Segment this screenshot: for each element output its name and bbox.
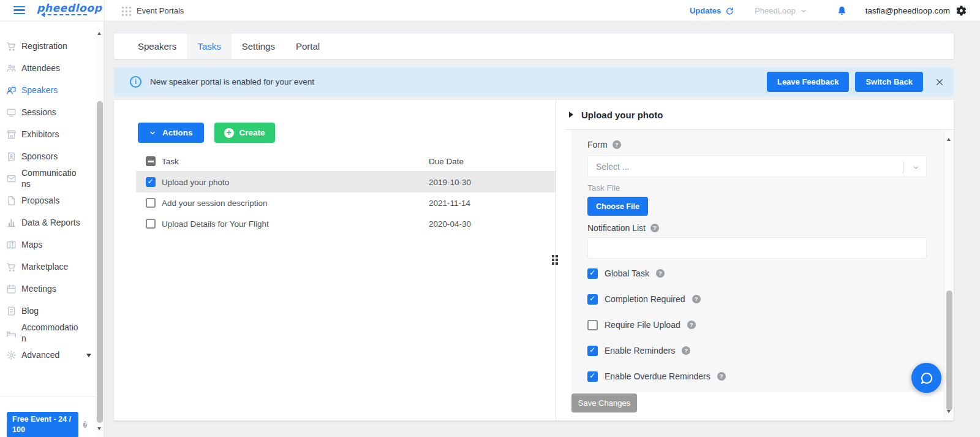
plan-badge[interactable]: Free Event - 24 / 100	[7, 412, 78, 437]
scroll-up-arrow-icon[interactable]	[97, 30, 101, 35]
column-task: Task	[162, 157, 179, 166]
banner-message: New speaker portal is enabled for your e…	[150, 77, 314, 86]
main-content: Speakers Tasks Settings Portal New speak…	[104, 21, 980, 437]
sidebar-item-sponsors[interactable]: Sponsors	[0, 145, 104, 167]
sidebar-item-advanced[interactable]: Advanced	[0, 344, 104, 366]
save-changes-button[interactable]: Save Changes	[571, 393, 637, 412]
tab-tasks[interactable]: Tasks	[187, 34, 231, 59]
plan-help-icon[interactable]	[83, 418, 87, 429]
help-icon[interactable]	[687, 321, 696, 329]
mail-icon	[6, 173, 17, 184]
scrollbar-thumb[interactable]	[97, 101, 103, 423]
help-icon[interactable]	[650, 224, 659, 232]
sidebar-item-attendees[interactable]: Attendees	[0, 57, 104, 79]
sidebar-item-maps[interactable]: Maps	[0, 234, 104, 256]
option-checkbox[interactable]	[587, 371, 598, 382]
help-icon[interactable]	[682, 346, 690, 355]
option-require-file-upload[interactable]: Require File Upload	[587, 312, 926, 338]
actions-button[interactable]: Actions	[138, 123, 204, 143]
sidebar-item-speakers[interactable]: Speakers	[0, 79, 104, 101]
gear-icon	[6, 350, 17, 360]
plus-icon	[224, 128, 234, 138]
option-global-task[interactable]: Global Task	[587, 260, 926, 286]
chat-fab[interactable]	[911, 363, 941, 393]
sidebar-item-marketplace[interactable]: Marketplace	[0, 256, 104, 278]
sidebar-item-exhibitors[interactable]: Exhibitors	[0, 123, 104, 145]
select-all-checkbox[interactable]	[146, 156, 156, 166]
table-row[interactable]: Upload Details for Your Flight 2020-04-3…	[136, 213, 556, 234]
option-checkbox[interactable]	[587, 294, 598, 305]
org-selector[interactable]: PheedLoop	[755, 6, 807, 15]
sidebar-item-sessions[interactable]: Sessions	[0, 101, 104, 123]
option-enable-overdue-reminders[interactable]: Enable Overdue Reminders	[587, 363, 926, 389]
chevron-down-icon	[800, 7, 807, 15]
row-checkbox[interactable]	[146, 219, 156, 229]
task-detail-panel: Upload your photo Form Select ...	[556, 100, 954, 420]
sidebar: On-site Registration Attendees Speakers …	[0, 21, 104, 437]
create-button[interactable]: Create	[214, 123, 275, 143]
option-checkbox[interactable]	[587, 320, 598, 330]
sidebar-item-proposals[interactable]: Proposals	[0, 189, 104, 211]
apps-grid-icon[interactable]	[122, 7, 131, 16]
sidebar-item-meetings[interactable]: Meetings	[0, 278, 104, 300]
pheedloop-logo[interactable]: pheedloop	[37, 2, 102, 14]
sidebar-item-communications[interactable]: Communications	[0, 167, 104, 189]
form-select[interactable]: Select ...	[587, 156, 927, 177]
select-placeholder: Select ...	[596, 162, 629, 172]
sidebar-item-data-reports[interactable]: Data & Reports	[0, 211, 104, 234]
scroll-up-arrow-icon[interactable]	[947, 136, 951, 141]
tab-speakers[interactable]: Speakers	[127, 34, 187, 59]
switch-back-button[interactable]: Switch Back	[855, 72, 923, 92]
help-icon[interactable]	[612, 140, 621, 149]
notifications-bell-icon[interactable]	[837, 5, 847, 17]
detail-title: Upload your photo	[581, 110, 663, 120]
panel-scrollbar[interactable]	[944, 130, 954, 420]
app-window: pheedloop Event Portals Updates PheedLoo…	[0, 0, 980, 437]
option-checkbox[interactable]	[587, 346, 598, 356]
option-completion-required[interactable]: Completion Required	[587, 286, 926, 312]
due-date-cell: 2020-04-30	[429, 219, 471, 229]
sidebar-item-accommodation[interactable]: Accommodation	[0, 322, 104, 344]
leave-feedback-button[interactable]: Leave Feedback	[767, 72, 849, 92]
choose-file-button[interactable]: Choose File	[587, 197, 648, 216]
badge-icon	[6, 151, 17, 162]
scroll-down-arrow-icon[interactable]	[97, 427, 101, 432]
page-title: Event Portals	[137, 0, 184, 21]
sidebar-item-registration[interactable]: Registration	[0, 35, 104, 57]
help-icon[interactable]	[692, 295, 701, 303]
row-checkbox[interactable]	[146, 177, 156, 187]
settings-gear-icon[interactable]	[956, 5, 967, 17]
chevron-down-icon	[149, 129, 156, 137]
option-checkbox[interactable]	[587, 268, 598, 279]
tab-settings[interactable]: Settings	[232, 34, 285, 59]
task-cell: Add your session description	[162, 199, 268, 208]
expand-caret-icon	[86, 354, 91, 360]
hamburger-menu-icon[interactable]	[13, 6, 25, 15]
chat-bubble-icon	[919, 371, 934, 386]
collapse-caret-icon[interactable]	[569, 112, 576, 118]
updates-link[interactable]: Updates	[690, 6, 734, 15]
tab-portal[interactable]: Portal	[285, 34, 330, 59]
due-date-cell: 2019-10-30	[429, 178, 471, 187]
scrollbar-thumb[interactable]	[946, 291, 952, 411]
notification-list-input[interactable]	[587, 237, 927, 259]
scroll-down-arrow-icon[interactable]	[947, 410, 951, 415]
topbar-divider	[104, 0, 105, 21]
row-checkbox[interactable]	[146, 198, 156, 208]
bed-icon	[6, 328, 17, 338]
sidebar-item-on-site[interactable]: On-site	[0, 21, 104, 27]
sidebar-scrollbar[interactable]	[96, 26, 104, 437]
monitor-icon	[6, 107, 17, 118]
option-enable-reminders[interactable]: Enable Reminders	[587, 338, 926, 363]
topbar: pheedloop Event Portals Updates PheedLoo…	[0, 0, 980, 21]
form-field-label: Form	[587, 140, 926, 150]
table-row[interactable]: Upload your photo 2019-10-30	[136, 172, 556, 192]
banner-close-icon[interactable]	[935, 78, 944, 86]
column-due-date: Due Date	[429, 157, 464, 166]
help-icon[interactable]	[656, 269, 665, 278]
task-table: Task Due Date Upload your photo 2019-10-…	[136, 151, 556, 234]
due-date-cell: 2021-11-14	[429, 199, 470, 208]
sidebar-item-blog[interactable]: Blog	[0, 300, 104, 322]
help-icon[interactable]	[717, 372, 726, 381]
table-row[interactable]: Add your session description 2021-11-14	[136, 192, 556, 213]
